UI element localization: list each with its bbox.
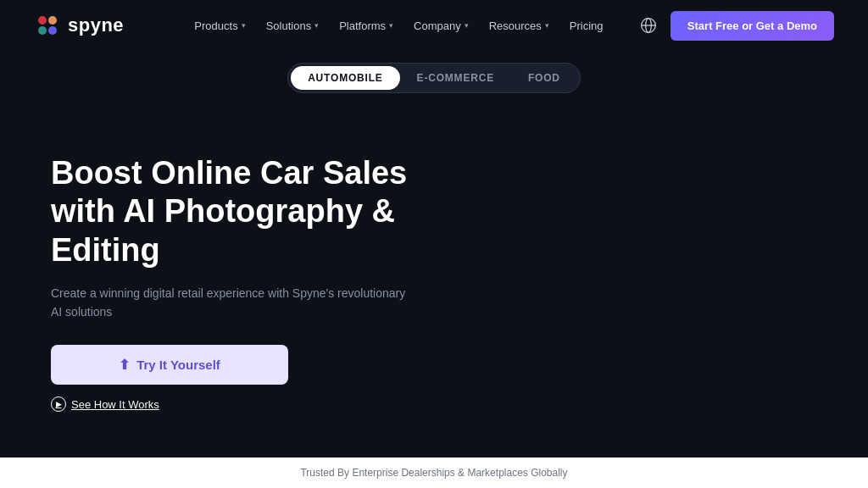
try-it-yourself-button[interactable]: ⬆ Try It Yourself (51, 345, 288, 385)
chevron-down-icon: ▾ (389, 21, 393, 30)
chevron-down-icon: ▾ (242, 21, 246, 30)
tab-food[interactable]: FOOD (511, 66, 577, 90)
navbar: spyne Products ▾ Solutions ▾ Platforms ▾… (0, 0, 868, 51)
logo-text: spyne (68, 14, 124, 36)
nav-right: Start Free or Get a Demo (640, 11, 834, 41)
see-how-it-works-link[interactable]: ▶ See How It Works (51, 396, 159, 412)
hero-section: Boost Online Car Sales with AI Photograp… (0, 100, 868, 458)
chevron-down-icon: ▾ (465, 21, 469, 30)
nav-platforms[interactable]: Platforms ▾ (331, 14, 402, 37)
tab-automobile[interactable]: AUTOMOBILE (291, 66, 399, 90)
nav-solutions[interactable]: Solutions ▾ (258, 14, 327, 37)
svg-point-1 (48, 16, 57, 25)
play-circle-icon: ▶ (51, 396, 66, 412)
chevron-down-icon: ▾ (314, 21, 319, 30)
globe-icon[interactable] (640, 17, 657, 34)
tabs-bar: AUTOMOBILE E-COMMERCE FOOD (0, 51, 868, 100)
logo[interactable]: spyne (34, 12, 124, 39)
svg-point-0 (38, 16, 47, 25)
nav-links: Products ▾ Solutions ▾ Platforms ▾ Compa… (158, 14, 640, 37)
start-free-button[interactable]: Start Free or Get a Demo (670, 11, 834, 41)
chevron-down-icon: ▾ (545, 21, 549, 30)
footer-strip: Trusted By Enterprise Dealerships & Mark… (0, 458, 868, 488)
footer-trust-text: Trusted By Enterprise Dealerships & Mark… (300, 467, 567, 479)
tab-ecommerce[interactable]: E-COMMERCE (400, 66, 511, 90)
upload-icon: ⬆ (119, 357, 130, 373)
nav-pricing[interactable]: Pricing (561, 14, 612, 37)
tabs-container: AUTOMOBILE E-COMMERCE FOOD (287, 63, 581, 93)
nav-company[interactable]: Company ▾ (405, 14, 477, 37)
svg-point-2 (38, 26, 47, 35)
nav-products[interactable]: Products ▾ (186, 14, 253, 37)
hero-title: Boost Online Car Sales with AI Photograp… (51, 154, 441, 270)
logo-icon (34, 12, 61, 39)
nav-resources[interactable]: Resources ▾ (481, 14, 558, 37)
hero-subtitle: Create a winning digital retail experien… (51, 284, 407, 322)
svg-point-3 (48, 26, 57, 35)
